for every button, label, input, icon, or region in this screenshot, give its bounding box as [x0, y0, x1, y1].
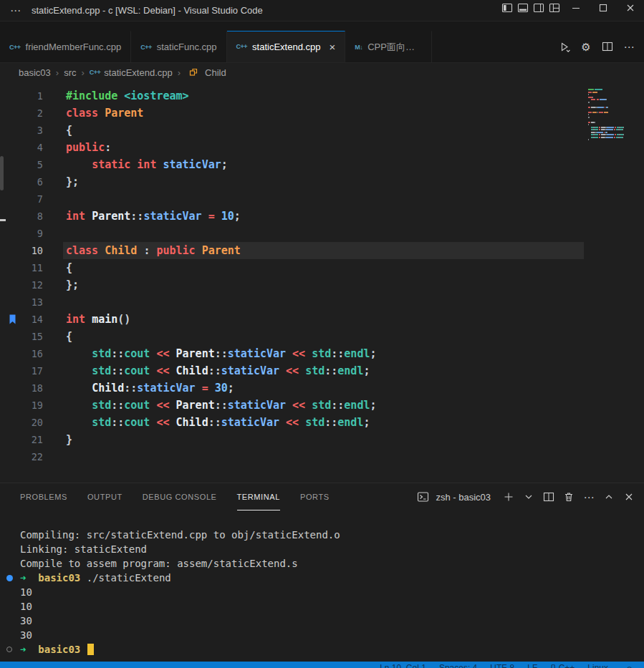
code-editor[interactable]: 1#include <iostream>2class Parent3{4publ… — [0, 82, 644, 483]
line-number: 7 — [0, 190, 43, 208]
line-number: 22 — [0, 448, 43, 465]
code-line[interactable]: 1#include <iostream> — [0, 87, 584, 105]
breadcrumb-item-basic03[interactable]: basic03 — [19, 67, 51, 78]
panel-tab-output[interactable]: OUTPUT — [87, 483, 122, 510]
run-icon[interactable] — [557, 39, 572, 54]
more-icon[interactable]: ⋯ — [581, 489, 597, 505]
line-number: 1 — [0, 87, 43, 105]
code-line[interactable]: 11{ — [0, 259, 584, 276]
code-line[interactable]: 10class Child : public Parent — [0, 242, 584, 259]
breadcrumb-separator-icon: › — [82, 67, 85, 78]
line-number: 6 — [0, 173, 43, 190]
line-number: 12 — [0, 276, 43, 294]
status-item-ln-10-col-1[interactable]: Ln 10, Col 1 — [380, 662, 426, 668]
status-item-spaces-4[interactable]: Spaces: 4 — [439, 662, 477, 668]
terminal-line: 30 — [20, 614, 644, 628]
split-editor-icon[interactable] — [600, 39, 615, 54]
minimap[interactable] — [588, 89, 630, 144]
code-text: std::cout << Parent::staticVar << std::e… — [43, 397, 377, 414]
menu-more-icon[interactable]: ⋯ — [0, 4, 32, 17]
code-line[interactable]: 2class Parent — [0, 105, 584, 122]
code-line[interactable]: 12}; — [0, 276, 584, 294]
code-line[interactable]: 13 — [0, 294, 584, 311]
command-decoration-icon[interactable] — [6, 575, 13, 581]
split-terminal-icon[interactable] — [541, 489, 557, 505]
window-title: staticExtend.cpp - c [WSL: Debian] - Vis… — [32, 5, 263, 16]
code-line[interactable]: 7 — [0, 190, 584, 208]
settings-icon[interactable]: ⚙ — [578, 39, 594, 54]
terminal-line: 10 — [20, 599, 644, 614]
line-number: 13 — [0, 294, 43, 311]
breadcrumb-item-Child[interactable]: Child — [186, 64, 226, 80]
terminal-selector[interactable]: zsh - basic03 — [415, 489, 491, 505]
code-line[interactable]: 14int main() — [0, 311, 584, 328]
code-line[interactable]: 4public: — [0, 139, 584, 156]
terminal-cursor — [87, 644, 94, 655]
code-line[interactable]: 5 static int staticVar; — [0, 156, 584, 173]
code-line[interactable]: 3{ — [0, 122, 584, 139]
bottom-panel: PROBLEMSOUTPUTDEBUG CONSOLETERMINALPORTS… — [0, 483, 644, 662]
code-text: static int staticVar; — [43, 156, 228, 173]
tabs-container: C++friendMemberFunc.cppC++staticFunc.cpp… — [0, 31, 432, 62]
more-icon[interactable]: ⋯ — [621, 39, 637, 54]
code-line[interactable]: 9 — [0, 225, 584, 242]
bookmark-icon — [9, 314, 16, 324]
code-line[interactable]: 22 — [0, 448, 584, 465]
code-text: }; — [43, 173, 79, 190]
status-item-linux[interactable]: Linux — [587, 662, 608, 668]
status-item-lf[interactable]: LF — [527, 662, 537, 668]
code-line[interactable]: 16 std::cout << Parent::staticVar << std… — [0, 345, 584, 362]
breadcrumb-label: Child — [205, 67, 226, 78]
close-icon[interactable] — [617, 0, 644, 16]
tab-staticFunc.cpp[interactable]: C++staticFunc.cpp — [131, 31, 226, 62]
code-line[interactable]: 18 Child::staticVar = 30; — [0, 379, 584, 397]
close-panel-icon[interactable] — [621, 489, 637, 505]
panel-tab-terminal[interactable]: TERMINAL — [237, 483, 280, 510]
code-line[interactable]: 20 std::cout << Child::staticVar << std:… — [0, 414, 584, 431]
tab-CPP面向对象.md[interactable]: M↓CPP面向对象.md — [345, 31, 432, 62]
line-number: 16 — [0, 345, 43, 362]
cpp-file-icon: C++ — [236, 43, 248, 50]
breadcrumb-item-src[interactable]: src — [64, 67, 76, 78]
panel-tab-ports[interactable]: PORTS — [300, 483, 330, 510]
panel-tab-debug-console[interactable]: DEBUG CONSOLE — [143, 483, 217, 510]
code-line[interactable]: 19 std::cout << Parent::staticVar << std… — [0, 397, 584, 414]
code-line[interactable]: 8int Parent::staticVar = 10; — [0, 208, 584, 225]
line-number: 17 — [0, 362, 43, 379]
tab-label: friendMemberFunc.cpp — [26, 42, 122, 52]
code-line[interactable]: 21} — [0, 431, 584, 448]
kill-terminal-icon[interactable] — [561, 489, 577, 505]
new-terminal-icon[interactable] — [501, 489, 516, 505]
code-line[interactable]: 17 std::cout << Child::staticVar << std:… — [0, 362, 584, 379]
code-text — [43, 294, 66, 311]
toggle-primary-sidebar-icon[interactable] — [499, 0, 515, 16]
status-item-utf-8[interactable]: UTF-8 — [490, 662, 514, 668]
launch-profile-icon[interactable] — [521, 489, 537, 505]
command-decoration-icon[interactable] — [6, 647, 12, 652]
minimize-icon[interactable] — [562, 0, 590, 16]
terminal-icon — [415, 489, 431, 505]
code-text — [43, 448, 66, 465]
code-text: public: — [43, 139, 111, 156]
code-text: int main() — [43, 311, 130, 328]
toggle-secondary-sidebar-icon[interactable] — [531, 0, 547, 16]
code-line[interactable]: 15{ — [0, 328, 584, 345]
code-text: }; — [43, 276, 79, 294]
customize-layout-icon[interactable] — [547, 0, 562, 16]
maximize-panel-icon[interactable] — [601, 489, 617, 505]
code-line[interactable]: 6}; — [0, 173, 584, 190]
line-number: 20 — [0, 414, 43, 431]
tab-close-button[interactable]: × — [329, 41, 335, 53]
code-text — [43, 225, 66, 242]
tab-staticExtend.cpp[interactable]: C++staticExtend.cpp× — [227, 31, 346, 62]
terminal-line: 10 — [20, 585, 644, 599]
status-item--c-[interactable]: {} C++ — [550, 662, 575, 668]
maximize-icon[interactable] — [590, 0, 617, 16]
toggle-panel-icon[interactable] — [515, 0, 531, 16]
terminal-output[interactable]: Compiling: src/staticExtend.cpp to obj/s… — [0, 510, 644, 662]
code-text: { — [43, 122, 72, 139]
breadcrumb-item-staticExtend.cpp[interactable]: C++staticExtend.cpp — [90, 67, 173, 78]
tab-friendMemberFunc.cpp[interactable]: C++friendMemberFunc.cpp — [0, 31, 131, 62]
bell-icon[interactable] — [621, 662, 637, 668]
panel-tab-problems[interactable]: PROBLEMS — [20, 483, 67, 510]
